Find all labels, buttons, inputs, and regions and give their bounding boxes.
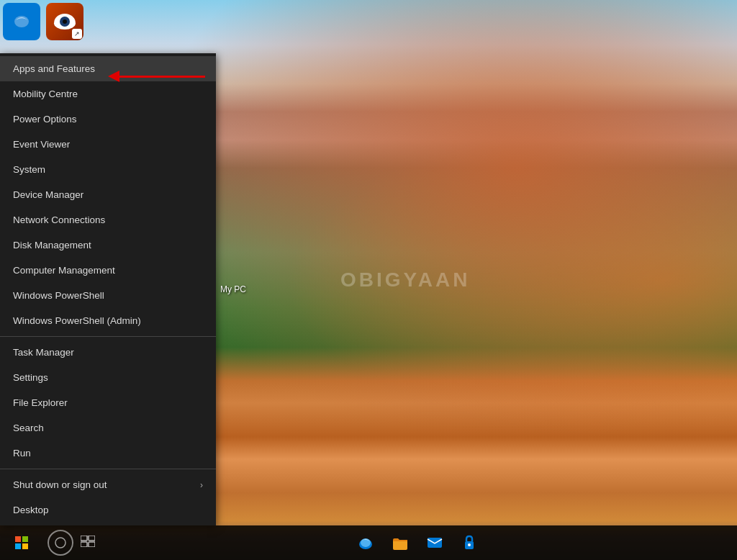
menu-item-device-manager[interactable]: Device Manager [0,182,216,207]
menu-item-computer-management[interactable]: Computer Management [0,258,216,283]
svg-rect-8 [89,536,95,541]
chevron-right-icon: › [200,480,203,490]
start-button[interactable] [0,525,43,560]
svg-rect-4 [15,543,21,549]
svg-rect-3 [22,536,28,542]
menu-item-settings[interactable]: Settings [0,365,216,390]
desktop: OBIGYAAN ↗ [0,0,737,560]
svg-rect-14 [428,538,442,548]
taskbar [0,525,737,560]
menu-item-windows-powershell-admin[interactable]: Windows PowerShell (Admin) [0,308,216,333]
svg-point-12 [361,538,371,547]
taskbar-explorer-icon[interactable] [384,527,416,559]
menu-item-shut-down[interactable]: Shut down or sign out › [0,472,216,497]
menu-item-task-manager[interactable]: Task Manager [0,340,216,365]
search-cortana-button[interactable] [48,530,73,556]
menu-item-apps-features[interactable]: Apps and Features [0,56,216,81]
svg-rect-9 [81,542,87,547]
taskbar-pinned-icons [98,527,737,559]
svg-rect-2 [15,536,21,542]
menu-item-file-explorer[interactable]: File Explorer [0,390,216,415]
eye-app-icon[interactable]: ↗ [46,3,83,40]
menu-item-event-viewer[interactable]: Event Viewer [0,132,216,157]
top-icons-bar: ↗ [3,3,83,40]
svg-rect-10 [89,542,95,547]
context-menu: Apps and Features Mobility Centre Power … [0,53,216,525]
menu-item-desktop[interactable]: Desktop [0,497,216,523]
menu-item-windows-powershell[interactable]: Windows PowerShell [0,283,216,308]
edge-browser-icon[interactable] [3,3,40,40]
svg-rect-13 [393,540,407,550]
menu-divider-1 [0,336,216,337]
task-view-button[interactable] [81,536,95,551]
menu-item-mobility-centre[interactable]: Mobility Centre [0,81,216,107]
svg-point-6 [55,538,65,548]
svg-point-16 [468,543,471,546]
taskbar-mail-icon[interactable] [419,527,451,559]
menu-item-search[interactable]: Search [0,415,216,441]
menu-item-power-options[interactable]: Power Options [0,107,216,132]
menu-divider-2 [0,469,216,469]
taskbar-store-icon[interactable] [453,527,485,559]
taskbar-edge-icon[interactable] [350,527,381,559]
menu-item-system[interactable]: System [0,157,216,182]
menu-item-run[interactable]: Run [0,441,216,466]
menu-item-disk-management[interactable]: Disk Management [0,232,216,258]
svg-rect-5 [22,543,28,549]
my-pc-label: My PC [220,284,246,294]
menu-item-network-connections[interactable]: Network Connections [0,207,216,232]
svg-rect-7 [81,536,87,541]
